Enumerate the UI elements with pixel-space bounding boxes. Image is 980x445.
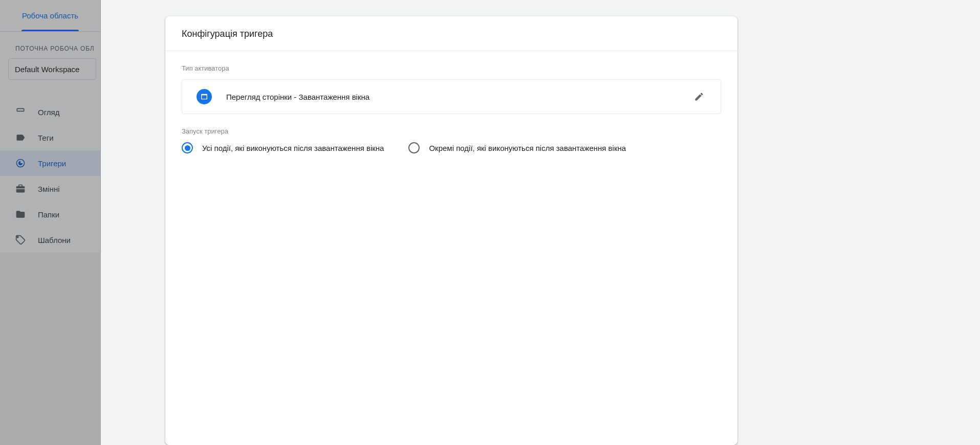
variables-icon: [15, 184, 26, 194]
radio-some-events-label: Окремі події, які виконуються після зава…: [429, 144, 626, 152]
trigger-fires-radio-group: Усі події, які виконуються після заванта…: [182, 142, 721, 153]
sidebar-wrap: Робоча область ПОТОЧНА РОБОЧА ОБЛ Defaul…: [0, 0, 101, 445]
radio-icon: [182, 142, 193, 153]
nav-item-templates[interactable]: Шаблони: [0, 227, 100, 253]
dashboard-icon: [15, 107, 26, 117]
sidebar: Робоча область ПОТОЧНА РОБОЧА ОБЛ Defaul…: [0, 0, 101, 253]
nav-item-overview[interactable]: Огляд: [0, 99, 100, 125]
radio-all-events[interactable]: Усі події, які виконуються після заванта…: [182, 142, 384, 153]
card-title: Конфігурація тригера: [182, 29, 721, 39]
trigger-fires-label: Запуск тригера: [182, 127, 721, 135]
nav-item-label: Тригери: [38, 159, 66, 168]
trigger-icon: [15, 158, 26, 168]
template-icon: [15, 235, 26, 245]
tab-workspace[interactable]: Робоча область: [0, 0, 100, 31]
workspace-select[interactable]: Default Workspace: [8, 58, 96, 80]
radio-all-events-label: Усі події, які виконуються після заванта…: [202, 144, 384, 152]
folder-icon: [15, 209, 26, 219]
page-view-icon: [197, 89, 212, 104]
workspace-section-label: ПОТОЧНА РОБОЧА ОБЛ: [0, 45, 100, 52]
nav-item-label: Теги: [38, 134, 54, 142]
workspace-section: ПОТОЧНА РОБОЧА ОБЛ Default Workspace: [0, 32, 100, 87]
edit-activator-button[interactable]: [690, 87, 708, 106]
radio-some-events[interactable]: Окремі події, які виконуються після зава…: [408, 142, 626, 153]
nav-item-label: Шаблони: [38, 236, 71, 244]
trigger-fires-section: Запуск тригера Усі події, які виконуютьс…: [165, 114, 737, 153]
nav-item-variables[interactable]: Змінні: [0, 176, 100, 202]
card-header: Конфігурація тригера: [165, 16, 737, 51]
pencil-icon: [694, 92, 704, 102]
sidebar-tabs: Робоча область: [0, 0, 100, 32]
tag-icon: [15, 132, 26, 143]
nav-item-tags[interactable]: Теги: [0, 125, 100, 150]
main-content: Конфігурація тригера Тип активатора Пере…: [101, 0, 980, 445]
nav-item-triggers[interactable]: Тригери: [0, 150, 100, 176]
activator-type-value: Перегляд сторінки - Завантаження вікна: [226, 93, 676, 101]
radio-icon: [408, 142, 420, 153]
nav-item-label: Змінні: [38, 185, 60, 193]
nav-item-folders[interactable]: Папки: [0, 202, 100, 227]
workspace-selected-value: Default Workspace: [15, 65, 79, 74]
activator-type-label: Тип активатора: [182, 64, 721, 72]
nav-item-label: Папки: [38, 210, 59, 219]
trigger-config-card: Конфігурація тригера Тип активатора Пере…: [165, 16, 737, 445]
activator-type-selector[interactable]: Перегляд сторінки - Завантаження вікна: [182, 79, 721, 114]
tab-workspace-label: Робоча область: [22, 11, 78, 20]
nav-list: Огляд Теги Тригери: [0, 99, 100, 253]
activator-type-section: Тип активатора Перегляд сторінки - Заван…: [165, 51, 737, 114]
nav-item-label: Огляд: [38, 108, 59, 117]
app-root: Робоча область ПОТОЧНА РОБОЧА ОБЛ Defaul…: [0, 0, 980, 445]
